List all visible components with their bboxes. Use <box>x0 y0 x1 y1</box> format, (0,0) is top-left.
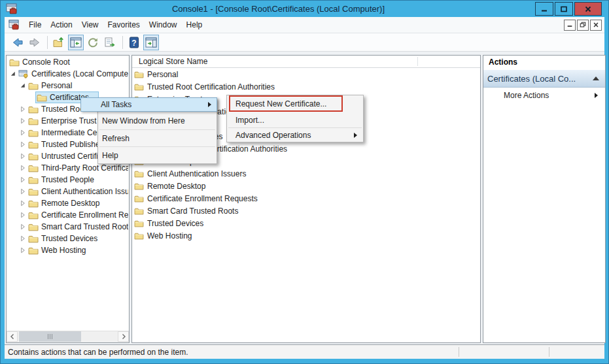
show-hide-action-pane-icon[interactable] <box>143 35 159 50</box>
titlebar: Console1 - [Console Root\Certificates (L… <box>1 1 608 17</box>
menu-window[interactable]: Window <box>145 18 182 31</box>
up-one-level-icon[interactable] <box>51 35 67 50</box>
tree-item-client-authentication-issuers[interactable]: Client Authentication Issuers <box>7 186 128 197</box>
expand-arrow-icon[interactable] <box>19 141 27 148</box>
scroll-right-button[interactable] <box>118 331 129 342</box>
tree-item-certificates-local-computer[interactable]: Certificates (Local Computer) <box>7 68 128 80</box>
help-icon[interactable]: ? <box>126 35 142 50</box>
list-item-client-authentication-issuers[interactable]: Client Authentication Issuers <box>132 167 480 180</box>
refresh-icon[interactable] <box>85 35 101 50</box>
list-item-label: Smart Card Trusted Roots <box>147 207 238 216</box>
list-item-label: Certificate Enrollment Requests <box>147 194 258 203</box>
tree-item-trusted-devices[interactable]: Trusted Devices <box>7 233 128 244</box>
list-item-web-hosting[interactable]: Web Hosting <box>132 229 480 242</box>
folder-icon <box>134 207 144 215</box>
menu-help[interactable]: Help <box>182 18 207 31</box>
maximize-button[interactable] <box>555 2 573 16</box>
expand-arrow-icon[interactable] <box>19 153 27 159</box>
tree-item-label: Certificate Enrollment Requests <box>41 210 128 220</box>
column-header-logical-store-name[interactable]: Logical Store Name <box>132 56 480 68</box>
back-arrow-icon[interactable] <box>10 35 26 50</box>
tree-node: Console Root <box>8 56 73 68</box>
expand-arrow-icon[interactable] <box>19 235 27 242</box>
scroll-left-button[interactable] <box>7 331 18 342</box>
tree-item-remote-desktop[interactable]: Remote Desktop <box>7 197 128 209</box>
column-divider[interactable] <box>417 57 418 66</box>
expand-arrow-icon[interactable] <box>19 188 27 195</box>
menu-action[interactable]: Action <box>46 18 77 31</box>
list-item-personal[interactable]: Personal <box>132 68 480 80</box>
forward-arrow-icon[interactable] <box>27 35 43 50</box>
folder-icon <box>134 170 144 178</box>
expand-arrow-icon[interactable] <box>19 176 27 183</box>
tree-item-console-root[interactable]: Console Root <box>7 56 128 68</box>
list-item-remote-desktop[interactable]: Remote Desktop <box>132 180 480 192</box>
submenu-item-label: Advanced Operations <box>235 131 311 140</box>
certificates-snapin-icon <box>18 70 29 78</box>
expand-arrow-icon[interactable] <box>19 223 27 230</box>
tree-item-web-hosting[interactable]: Web Hosting <box>7 244 128 256</box>
context-menu-item-all-tasks[interactable]: All Tasks <box>80 97 217 112</box>
expand-arrow-icon[interactable] <box>19 247 27 254</box>
tree-item-label: Trusted People <box>41 175 94 184</box>
list-item-trusted-root-certification-authorities[interactable]: Trusted Root Certification Authorities <box>132 80 480 93</box>
export-list-icon[interactable] <box>102 35 118 50</box>
folder-icon <box>37 93 47 102</box>
expand-arrow-icon[interactable] <box>19 212 27 218</box>
submenu-item-advanced-operations[interactable]: Advanced Operations <box>227 128 363 142</box>
expand-arrow-icon[interactable] <box>19 200 27 207</box>
folder-icon <box>134 71 144 78</box>
child-minimize-button[interactable] <box>564 20 576 31</box>
list-item-smart-card-trusted-roots[interactable]: Smart Card Trusted Roots <box>132 205 480 217</box>
menu-items: FileActionViewFavoritesWindowHelp <box>24 18 207 31</box>
folder-icon <box>28 211 39 220</box>
child-restore-button[interactable] <box>577 20 589 31</box>
list-item-certificate-enrollment-requests[interactable]: Certificate Enrollment Requests <box>132 192 480 205</box>
child-close-button[interactable] <box>590 20 602 31</box>
annotation-highlight-box <box>229 95 343 112</box>
tree-item-smart-card-trusted-roots[interactable]: Smart Card Trusted Roots <box>7 221 128 233</box>
list-item-label: Remote Desktop <box>147 182 205 191</box>
tree-item-label: Trusted Publishers <box>41 140 107 149</box>
mmc-console-window: Console1 - [Console Root\Certificates (L… <box>0 0 609 364</box>
menu-view[interactable]: View <box>77 18 103 31</box>
menu-file[interactable]: File <box>24 18 46 31</box>
menu-item-label: Help <box>102 151 118 160</box>
expand-arrow-icon[interactable] <box>19 165 27 171</box>
expand-arrow-icon[interactable] <box>19 106 27 112</box>
list-item-trusted-devices[interactable]: Trusted Devices <box>132 217 480 229</box>
close-button[interactable] <box>574 2 602 16</box>
context-menu-item-refresh[interactable]: Refresh <box>98 130 217 146</box>
toolbar-buttons: ? <box>10 35 160 50</box>
tree-item-personal[interactable]: Personal <box>7 80 128 91</box>
statusbar: Contains actions that can be performed o… <box>5 344 604 359</box>
folder-icon <box>28 188 39 196</box>
collapse-arrow-icon[interactable] <box>19 82 27 89</box>
actions-section-certificates[interactable]: Certificates (Local Co... <box>483 69 605 88</box>
scrollbar-thumb[interactable] <box>19 331 81 342</box>
context-menu-item-help[interactable]: Help <box>98 147 217 163</box>
menu-favorites[interactable]: Favorites <box>103 18 145 31</box>
actions-pane-title: Actions <box>483 56 605 69</box>
folder-icon <box>28 152 39 161</box>
tree-horizontal-scrollbar[interactable] <box>7 331 129 342</box>
list-item-label: Personal <box>147 70 178 79</box>
collapse-arrow-icon[interactable] <box>9 71 17 77</box>
folder-icon <box>134 83 144 91</box>
minimize-button[interactable] <box>535 2 553 16</box>
tree-node: Certificates (Local Computer) <box>17 68 128 80</box>
more-actions-item[interactable]: More Actions <box>483 88 605 103</box>
expand-arrow-icon[interactable] <box>19 118 27 124</box>
child-window-controls <box>563 20 602 31</box>
context-menu-item-new-window-from-here[interactable]: New Window from Here <box>98 112 217 129</box>
expand-arrow-icon[interactable] <box>19 129 27 136</box>
tree-item-trusted-people[interactable]: Trusted People <box>7 174 128 186</box>
submenu-arrow-icon <box>595 93 598 98</box>
submenu-item-label: Import... <box>235 116 264 125</box>
toolbar-separator <box>47 36 48 49</box>
show-hide-console-tree-icon[interactable] <box>68 35 84 50</box>
mmc-app-icon <box>9 20 19 30</box>
collapse-section-icon[interactable] <box>593 76 599 80</box>
tree-item-certificate-enrollment-requests[interactable]: Certificate Enrollment Requests <box>7 209 128 221</box>
submenu-item-import[interactable]: Import... <box>227 112 363 127</box>
